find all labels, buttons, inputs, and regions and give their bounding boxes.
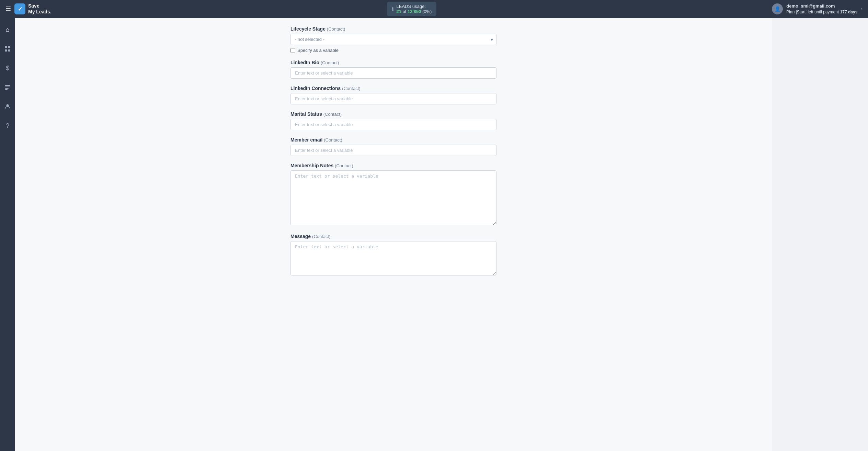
field-lifecycle-stage: Lifecycle Stage (Contact) - not selected… (290, 26, 496, 53)
field-message: Message (Contact) (290, 234, 496, 277)
linkedin-bio-input[interactable] (290, 67, 496, 79)
svg-rect-6 (5, 88, 9, 89)
user-info: demo_sml@gmail.com Plan |Start| left unt… (786, 3, 857, 15)
app-header: ☰ ✓ Save My Leads. ℹ LEADS usage: 21 of … (0, 0, 868, 18)
logo-icon: ✓ (14, 3, 25, 14)
field-marital-status: Marital Status (Contact) (290, 111, 496, 130)
field-membership-notes: Membership Notes (Contact) (290, 163, 496, 227)
sidebar-item-help[interactable]: ? (1, 120, 14, 132)
member-email-label: Member email (Contact) (290, 137, 496, 143)
main-layout: ⌂ $ ? (0, 18, 868, 451)
message-label: Message (Contact) (290, 234, 496, 239)
chevron-right-icon[interactable]: › (861, 6, 863, 12)
linkedin-bio-label: LinkedIn Bio (Contact) (290, 60, 496, 65)
svg-rect-1 (8, 46, 10, 48)
header-left: ☰ ✓ Save My Leads. (5, 3, 52, 15)
svg-rect-4 (5, 85, 10, 86)
right-panel (772, 18, 868, 451)
membership-notes-textarea[interactable] (290, 170, 496, 225)
header-right: 👤 demo_sml@gmail.com Plan |Start| left u… (772, 3, 863, 15)
form-container: Lifecycle Stage (Contact) - not selected… (290, 26, 496, 277)
sidebar-item-billing[interactable]: $ (1, 62, 14, 74)
leads-usage-panel: ℹ LEADS usage: 21 of 13'850 (0%) (387, 2, 437, 16)
svg-rect-0 (5, 46, 7, 48)
sidebar-item-integrations[interactable] (1, 43, 14, 55)
sidebar-item-home[interactable]: ⌂ (1, 23, 14, 36)
lifecycle-stage-dropdown-wrapper: - not selected - ▾ (290, 34, 496, 45)
lifecycle-stage-label: Lifecycle Stage (Contact) (290, 26, 496, 32)
menu-icon[interactable]: ☰ (5, 5, 11, 13)
sidebar-item-editor[interactable] (1, 81, 14, 93)
logo-text: Save My Leads. (28, 3, 52, 15)
svg-rect-3 (8, 49, 10, 52)
linkedin-connections-input[interactable] (290, 93, 496, 104)
svg-rect-5 (5, 87, 10, 87)
linkedin-connections-label: LinkedIn Connections (Contact) (290, 86, 496, 91)
membership-notes-label: Membership Notes (Contact) (290, 163, 496, 168)
member-email-input[interactable] (290, 145, 496, 156)
svg-rect-7 (5, 89, 8, 90)
marital-status-label: Marital Status (Contact) (290, 111, 496, 117)
leads-usage-text: LEADS usage: 21 of 13'850 (0%) (397, 4, 432, 14)
specify-variable-label: Specify as a variable (297, 48, 339, 53)
specify-variable-checkbox-wrapper: Specify as a variable (290, 48, 496, 53)
field-member-email: Member email (Contact) (290, 137, 496, 156)
specify-variable-checkbox[interactable] (290, 48, 295, 53)
logo: ✓ Save My Leads. (14, 3, 52, 15)
info-icon: ℹ (392, 6, 394, 12)
sidebar: ⌂ $ ? (0, 18, 15, 451)
user-avatar: 👤 (772, 3, 783, 14)
marital-status-input[interactable] (290, 119, 496, 130)
svg-rect-2 (5, 49, 7, 52)
sidebar-item-profile[interactable] (1, 100, 14, 113)
field-linkedin-bio: LinkedIn Bio (Contact) (290, 60, 496, 79)
message-textarea[interactable] (290, 241, 496, 275)
lifecycle-stage-select[interactable]: - not selected - (290, 34, 496, 45)
content-area: Lifecycle Stage (Contact) - not selected… (15, 18, 772, 451)
field-linkedin-connections: LinkedIn Connections (Contact) (290, 86, 496, 104)
